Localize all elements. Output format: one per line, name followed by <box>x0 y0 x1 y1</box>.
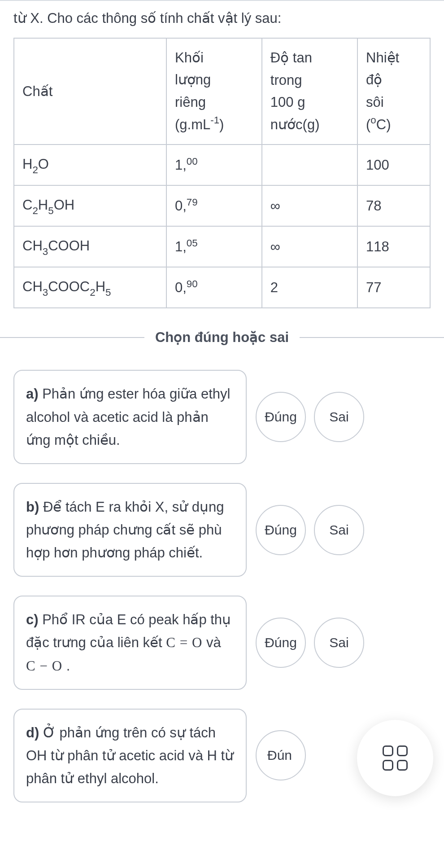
false-button[interactable]: Sai <box>314 505 364 555</box>
cell-bp: 78 <box>357 185 430 226</box>
floating-menu-button[interactable] <box>357 720 433 796</box>
question-text: Phản ứng ester hóa giữa ethyl alcohol và… <box>26 386 230 447</box>
cell-solubility: ∞ <box>262 226 357 267</box>
cell-substance: CH3COOH <box>14 226 166 267</box>
divider-line-right <box>300 337 444 338</box>
cell-bp: 118 <box>357 226 430 267</box>
intro-text: từ X. Cho các thông số tính chất vật lý … <box>0 1 444 34</box>
cell-substance: C2H5OH <box>14 185 166 226</box>
false-button[interactable]: Sai <box>314 618 364 668</box>
properties-table: Chất Khối lượng riêng (g.mL-1) Độ tan tr… <box>13 38 431 308</box>
true-button[interactable]: Đúng <box>256 618 306 668</box>
question-label: c) <box>26 612 39 627</box>
question-box-a: a) Phản ứng ester hóa giữa ethyl alcohol… <box>13 370 247 464</box>
question-text: Để tách E ra khỏi X, sử dụng phương pháp… <box>26 499 224 561</box>
cell-solubility <box>262 145 357 185</box>
false-button[interactable]: Sai <box>314 392 364 442</box>
question-row-a: a) Phản ứng ester hóa giữa ethyl alcohol… <box>13 370 431 464</box>
cell-substance: H2O <box>14 145 166 185</box>
question-text: Ở phản ứng trên có sự tách OH từ phân tử… <box>26 725 234 786</box>
answer-buttons-b: Đúng Sai <box>256 505 364 555</box>
divider-line-left <box>0 337 144 338</box>
table-row: C2H5OH 0,79 ∞ 78 <box>14 185 430 226</box>
question-text-mid: và <box>202 635 221 650</box>
question-box-c: c) Phổ IR của E có peak hấp thụ đặc trưn… <box>13 596 247 689</box>
header-boiling-point: Nhiệt độ sôi (oC) <box>357 38 430 145</box>
true-button-partial[interactable]: Đún <box>256 730 306 780</box>
table-row: CH3COOC2H5 0,90 2 77 <box>14 267 430 308</box>
cell-density: 1,05 <box>166 226 262 267</box>
cell-bp: 77 <box>357 267 430 308</box>
table-header-row: Chất Khối lượng riêng (g.mL-1) Độ tan tr… <box>14 38 430 145</box>
header-substance: Chất <box>14 38 166 145</box>
cell-density: 0,90 <box>166 267 262 308</box>
cell-solubility: ∞ <box>262 185 357 226</box>
divider-label: Chọn đúng hoặc sai <box>144 326 300 349</box>
cell-density: 0,79 <box>166 185 262 226</box>
true-button[interactable]: Đúng <box>256 392 306 442</box>
question-text-post: . <box>62 658 70 674</box>
true-button[interactable]: Đúng <box>256 505 306 555</box>
header-solubility: Độ tan trong 100 g nước(g) <box>262 38 357 145</box>
question-box-d: d) Ở phản ứng trên có sự tách OH từ phân… <box>13 709 247 802</box>
table-row: H2O 1,00 100 <box>14 145 430 185</box>
answer-buttons-a: Đúng Sai <box>256 392 364 442</box>
question-row-c: c) Phổ IR của E có peak hấp thụ đặc trưn… <box>13 596 431 689</box>
header-density: Khối lượng riêng (g.mL-1) <box>166 38 262 145</box>
question-label: a) <box>26 386 39 402</box>
grid-icon <box>383 745 408 771</box>
question-row-d: d) Ở phản ứng trên có sự tách OH từ phân… <box>13 709 431 802</box>
cell-bp: 100 <box>357 145 430 185</box>
question-box-b: b) Để tách E ra khỏi X, sử dụng phương p… <box>13 483 247 577</box>
question-row-b: b) Để tách E ra khỏi X, sử dụng phương p… <box>13 483 431 577</box>
cell-substance: CH3COOC2H5 <box>14 267 166 308</box>
answer-buttons-d: Đún <box>256 730 306 780</box>
question-label: b) <box>26 499 39 515</box>
math-c-o-single: C − O <box>26 658 62 674</box>
table-row: CH3COOH 1,05 ∞ 118 <box>14 226 430 267</box>
question-label: d) <box>26 725 39 741</box>
answer-buttons-c: Đúng Sai <box>256 618 364 668</box>
section-divider: Chọn đúng hoặc sai <box>0 326 444 349</box>
cell-solubility: 2 <box>262 267 357 308</box>
cell-density: 1,00 <box>166 145 262 185</box>
math-c-o-double: C = O <box>166 635 202 650</box>
